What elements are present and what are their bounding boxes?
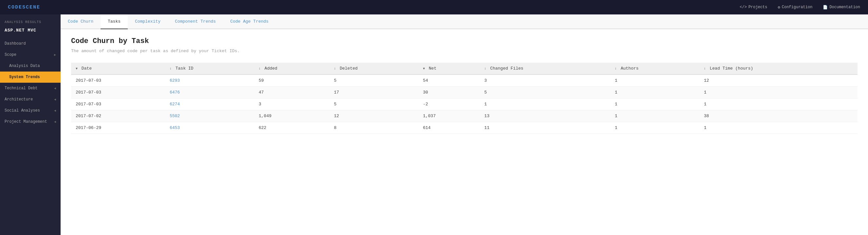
tab-bar: Code Churn Tasks Complexity Component Tr… xyxy=(61,15,868,29)
configuration-link[interactable]: ⚙ Configuration xyxy=(778,5,813,10)
cell-lead-time-3: 38 xyxy=(699,110,858,122)
cell-lead-time-2: 1 xyxy=(699,99,858,110)
cell-changed-files-3: 13 xyxy=(480,110,611,122)
col-deleted[interactable]: ↕ Deleted xyxy=(329,63,418,75)
cell-net-0: 54 xyxy=(418,75,479,87)
cell-authors-3: 1 xyxy=(610,110,699,122)
main-layout: ANALYSIS RESULTS ASP.NET MVC Dashboard S… xyxy=(0,15,868,235)
technical-debt-arrow-icon: ◀ xyxy=(54,86,56,90)
tab-tasks[interactable]: Tasks xyxy=(100,15,128,29)
app-logo: CODESCENE xyxy=(8,5,40,10)
table-row: 2017-07-03 6274 3 5 -2 1 1 1 xyxy=(71,99,858,110)
sort-lead-time-icon: ↕ xyxy=(704,67,706,71)
sidebar-label-scope: Scope xyxy=(5,53,54,57)
cell-deleted-0: 5 xyxy=(329,75,418,87)
cell-changed-files-1: 5 xyxy=(480,87,611,99)
cell-added-4: 622 xyxy=(254,122,330,134)
sort-net-icon: ▼ xyxy=(423,67,425,71)
cell-date-3: 2017-07-02 xyxy=(71,110,165,122)
table-row: 2017-06-29 6453 622 8 614 11 1 1 xyxy=(71,122,858,134)
tab-code-age-trends[interactable]: Code Age Trends xyxy=(223,15,276,29)
sidebar-item-technical-debt[interactable]: Technical Debt ◀ xyxy=(0,83,61,94)
cell-net-4: 614 xyxy=(418,122,479,134)
sort-date-icon: ▼ xyxy=(76,67,78,71)
cell-task-id-4[interactable]: 6453 xyxy=(165,122,254,134)
sort-deleted-icon: ↕ xyxy=(334,67,336,71)
cell-added-1: 47 xyxy=(254,87,330,99)
cell-net-2: -2 xyxy=(418,99,479,110)
sidebar-item-system-trends[interactable]: System Trends xyxy=(0,72,61,83)
page-subtitle: The amount of changed code per task as d… xyxy=(71,49,858,53)
social-analyses-arrow-icon: ◀ xyxy=(54,109,56,112)
cell-authors-4: 1 xyxy=(610,122,699,134)
sidebar-project-name: ASP.NET MVC xyxy=(0,27,61,38)
cell-authors-0: 1 xyxy=(610,75,699,87)
col-date[interactable]: ▼ Date xyxy=(71,63,165,75)
sidebar-label-architecture: Architecture xyxy=(5,97,54,102)
page-title: Code Churn by Task xyxy=(71,37,858,45)
sort-authors-icon: ↕ xyxy=(615,67,617,71)
page-content: Code Churn by Task The amount of changed… xyxy=(61,29,868,142)
projects-link[interactable]: </> Projects xyxy=(740,5,767,10)
cell-lead-time-1: 1 xyxy=(699,87,858,99)
cell-added-2: 3 xyxy=(254,99,330,110)
col-authors[interactable]: ↕ Authors xyxy=(610,63,699,75)
sidebar-item-dashboard[interactable]: Dashboard xyxy=(0,38,61,49)
documentation-icon: 📄 xyxy=(823,5,828,10)
cell-task-id-0[interactable]: 6293 xyxy=(165,75,254,87)
sidebar-item-scope[interactable]: Scope ▶ xyxy=(0,49,61,60)
col-net[interactable]: ▼ Net xyxy=(418,63,479,75)
table-row: 2017-07-02 5502 1,049 12 1,037 13 1 38 xyxy=(71,110,858,122)
scope-arrow-icon: ▶ xyxy=(54,53,56,57)
sidebar-item-project-management[interactable]: Project Management ◀ xyxy=(0,116,61,127)
cell-date-0: 2017-07-03 xyxy=(71,75,165,87)
cell-date-4: 2017-06-29 xyxy=(71,122,165,134)
cell-lead-time-4: 1 xyxy=(699,122,858,134)
cell-deleted-3: 12 xyxy=(329,110,418,122)
sidebar-label-system-trends: System Trends xyxy=(9,75,56,79)
sidebar-label-project-management: Project Management xyxy=(5,120,54,124)
cell-net-3: 1,037 xyxy=(418,110,479,122)
cell-task-id-2[interactable]: 6274 xyxy=(165,99,254,110)
projects-label: Projects xyxy=(748,5,768,9)
col-added[interactable]: ↕ Added xyxy=(254,63,330,75)
cell-task-id-1[interactable]: 6476 xyxy=(165,87,254,99)
col-lead-time[interactable]: ↕ Lead Time (hours) xyxy=(699,63,858,75)
top-nav-links: </> Projects ⚙ Configuration 📄 Documenta… xyxy=(740,5,860,10)
col-changed-files[interactable]: ↕ Changed Files xyxy=(480,63,611,75)
cell-deleted-1: 17 xyxy=(329,87,418,99)
table-body: 2017-07-03 6293 59 5 54 3 1 12 2017-07-0… xyxy=(71,75,858,134)
sidebar-label-dashboard: Dashboard xyxy=(5,41,56,46)
cell-date-2: 2017-07-03 xyxy=(71,99,165,110)
sidebar-label-technical-debt: Technical Debt xyxy=(5,86,54,90)
main-content: Code Churn Tasks Complexity Component Tr… xyxy=(61,15,868,235)
sidebar-header: ANALYSIS RESULTS xyxy=(0,15,61,27)
cell-task-id-3[interactable]: 5502 xyxy=(165,110,254,122)
cell-added-0: 59 xyxy=(254,75,330,87)
cell-net-1: 30 xyxy=(418,87,479,99)
sidebar-item-architecture[interactable]: Architecture ◀ xyxy=(0,94,61,105)
cell-added-3: 1,049 xyxy=(254,110,330,122)
configuration-icon: ⚙ xyxy=(778,5,780,10)
sort-task-id-icon: ↕ xyxy=(170,67,172,71)
project-management-arrow-icon: ◀ xyxy=(54,120,56,124)
cell-authors-1: 1 xyxy=(610,87,699,99)
sidebar-label-social-analyses: Social Analyses xyxy=(5,108,54,113)
cell-lead-time-0: 12 xyxy=(699,75,858,87)
configuration-label: Configuration xyxy=(782,5,813,9)
documentation-link[interactable]: 📄 Documentation xyxy=(823,5,860,10)
projects-icon: </> xyxy=(740,5,747,9)
sidebar-label-analysis-data: Analysis Data xyxy=(9,64,56,68)
top-navigation: CODESCENE </> Projects ⚙ Configuration 📄… xyxy=(0,0,868,15)
tab-component-trends[interactable]: Component Trends xyxy=(168,15,223,29)
col-task-id[interactable]: ↕ Task ID xyxy=(165,63,254,75)
tab-code-churn[interactable]: Code Churn xyxy=(61,15,100,29)
cell-deleted-2: 5 xyxy=(329,99,418,110)
sidebar-item-social-analyses[interactable]: Social Analyses ◀ xyxy=(0,105,61,116)
cell-date-1: 2017-07-03 xyxy=(71,87,165,99)
table-row: 2017-07-03 6476 47 17 30 5 1 1 xyxy=(71,87,858,99)
tab-complexity[interactable]: Complexity xyxy=(128,15,168,29)
sidebar-item-analysis-data[interactable]: Analysis Data xyxy=(0,60,61,72)
documentation-label: Documentation xyxy=(829,5,860,9)
task-table: ▼ Date ↕ Task ID ↕ Added ↕ xyxy=(71,63,858,134)
